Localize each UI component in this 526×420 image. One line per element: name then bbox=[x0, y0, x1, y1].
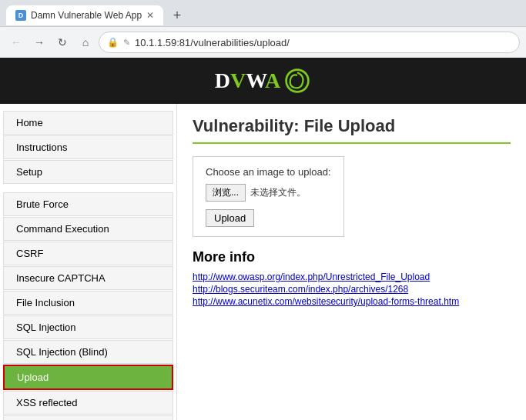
main-area: Home Instructions Setup Brute Force Comm… bbox=[0, 104, 526, 420]
sidebar-item-csrf[interactable]: CSRF bbox=[3, 242, 173, 265]
page-content: DVWA Home Instructions Setup bbox=[0, 58, 526, 420]
browse-button[interactable]: 浏览... bbox=[206, 184, 246, 202]
sidebar: Home Instructions Setup Brute Force Comm… bbox=[0, 104, 177, 420]
upload-section: Choose an image to upload: 浏览... 未选择文件。 … bbox=[193, 156, 344, 237]
dvwa-swirl-icon bbox=[283, 67, 311, 95]
browser-toolbar: ← → ↻ ⌂ 🔒 ✎ 10.1.1.59:81/vulnerabilities… bbox=[0, 26, 526, 58]
upload-label: Choose an image to upload: bbox=[206, 166, 331, 178]
upload-button[interactable]: Upload bbox=[206, 209, 254, 227]
sidebar-item-setup[interactable]: Setup bbox=[3, 160, 173, 184]
sidebar-item-instructions[interactable]: Instructions bbox=[3, 135, 173, 159]
page-title: Vulnerability: File Upload bbox=[193, 116, 511, 144]
browser-chrome: D Damn Vulnerable Web App ✕ + ← → ↻ ⌂ 🔒 … bbox=[0, 0, 526, 58]
more-info-title: More info bbox=[193, 249, 511, 265]
sidebar-item-file-inclusion[interactable]: File Inclusion bbox=[3, 291, 173, 315]
sidebar-divider bbox=[0, 185, 176, 192]
file-input-row: 浏览... 未选择文件。 bbox=[206, 184, 331, 202]
link-acunetix[interactable]: http://www.acunetix.com/websitesecurity/… bbox=[193, 296, 511, 307]
security-icon: 🔒 bbox=[107, 37, 119, 48]
main-content: Vulnerability: File Upload Choose an ima… bbox=[177, 104, 526, 321]
forward-button[interactable]: → bbox=[29, 32, 49, 52]
address-bar[interactable]: 🔒 ✎ 10.1.1.59:81/vulnerabilities/upload/ bbox=[99, 32, 520, 53]
sidebar-top-section: Home Instructions Setup bbox=[0, 111, 176, 184]
sidebar-item-sql-injection[interactable]: SQL Injection bbox=[3, 315, 173, 339]
link-securiteam[interactable]: http://blogs.securiteam.com/index.php/ar… bbox=[193, 284, 511, 295]
sidebar-item-insecure-captcha[interactable]: Insecure CAPTCHA bbox=[3, 266, 173, 290]
dvwa-logo-text: DVWA bbox=[215, 68, 281, 93]
link-owasp[interactable]: http://www.owasp.org/index.php/Unrestric… bbox=[193, 272, 511, 282]
content-wrapper: Vulnerability: File Upload Choose an ima… bbox=[177, 104, 526, 420]
sidebar-item-brute-force[interactable]: Brute Force bbox=[3, 192, 173, 216]
active-tab[interactable]: D Damn Vulnerable Web App ✕ bbox=[6, 5, 163, 25]
link-list: http://www.owasp.org/index.php/Unrestric… bbox=[193, 272, 511, 307]
sidebar-item-upload[interactable]: Upload bbox=[3, 365, 173, 390]
tab-favicon: D bbox=[15, 10, 26, 21]
sidebar-item-home[interactable]: Home bbox=[3, 111, 173, 135]
sidebar-item-sql-injection-blind[interactable]: SQL Injection (Blind) bbox=[3, 340, 173, 364]
home-button[interactable]: ⌂ bbox=[75, 32, 95, 52]
reload-button[interactable]: ↻ bbox=[52, 32, 72, 52]
new-tab-button[interactable]: + bbox=[166, 5, 188, 26]
edit-icon: ✎ bbox=[123, 38, 130, 48]
address-text: 10.1.1.59:81/vulnerabilities/upload/ bbox=[135, 37, 511, 48]
tab-close-icon[interactable]: ✕ bbox=[146, 10, 154, 21]
file-name-label: 未选择文件。 bbox=[250, 186, 306, 199]
dvwa-logo: DVWA bbox=[215, 67, 312, 95]
tab-title: Damn Vulnerable Web App bbox=[31, 10, 142, 21]
tab-bar: D Damn Vulnerable Web App ✕ + bbox=[0, 0, 526, 26]
sidebar-item-xss-stored[interactable]: XSS stored bbox=[3, 415, 173, 420]
sidebar-item-command-execution[interactable]: Command Execution bbox=[3, 217, 173, 241]
back-button[interactable]: ← bbox=[6, 32, 26, 52]
sidebar-item-xss-reflected[interactable]: XSS reflected bbox=[3, 391, 173, 415]
sidebar-vuln-section: Brute Force Command Execution CSRF Insec… bbox=[0, 192, 176, 420]
dvwa-header: DVWA bbox=[0, 58, 526, 104]
